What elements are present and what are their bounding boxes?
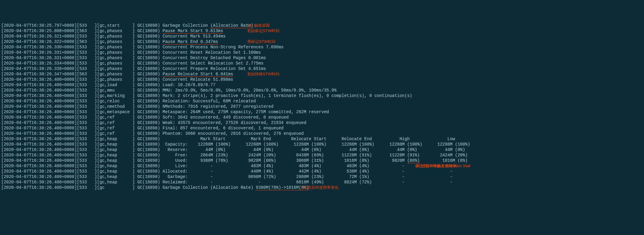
gc-id: GC(18898)	[137, 115, 160, 120]
log-tag: [gc,ref ]	[97, 126, 135, 131]
timestamp: [2020-04-07T16:38:26.400+0800][533 ]	[1, 126, 97, 131]
gc-id: GC(18898)	[137, 153, 160, 158]
log-tag: [gc,phases ]	[97, 39, 135, 44]
log-tag: [gc,heap ]	[97, 169, 135, 174]
timestamp: [2020-04-07T16:38:26.334+0800][533 ]	[1, 61, 97, 66]
log-message: Weak: 43575 encountered, 27520 discovere…	[160, 120, 306, 125]
log-tag: [gc,mmu ]	[97, 88, 135, 93]
log-tag: [gc,phases ]	[97, 77, 135, 82]
timestamp: [2020-04-07T16:38:26.400+0800][533 ]	[1, 164, 97, 168]
timestamp: [2020-04-07T16:38:26.321+0800][533 ]	[1, 34, 97, 39]
gc-id: GC(18898)	[137, 126, 160, 131]
log-line: [2020-04-07T16:38:25.808+0800][563 ][gc,…	[1, 28, 643, 34]
timestamp: [2020-04-07T16:38:26.331+0800][533 ]	[1, 50, 97, 55]
log-message: Concurrent Prepare Relocation Set 4.651m…	[160, 66, 266, 71]
gc-id: GC(18898)	[137, 180, 160, 185]
timestamp: [2020-04-07T16:38:26.338+0800][533 ]	[1, 66, 97, 71]
gc-id: GC(18898)	[137, 34, 160, 39]
log-tag: [gc,heap ]	[97, 147, 135, 152]
log-message	[160, 29, 162, 33]
log-line: [2020-04-07T16:38:26.322+0800][563 ][gc,…	[1, 39, 643, 44]
log-line: [2020-04-07T16:38:26.400+0800][533 ][gc,…	[1, 98, 643, 104]
log-tag: [gc,heap ]	[97, 174, 135, 179]
timestamp: [2020-04-07T16:38:26.400+0800][533 ]	[1, 153, 97, 158]
log-message: Metaspace: 264M used, 275M capacity, 275…	[160, 110, 329, 114]
highlighted-text: 9380M(76%)->1016M(8%)	[256, 185, 309, 190]
log-message: Soft: 3042 encountered, 449 discovered, …	[160, 115, 288, 120]
log-line: [2020-04-07T16:38:26.400+0800][533 ][gc,…	[1, 104, 643, 109]
timestamp: [2020-04-07T16:38:26.400+0800][533 ]	[1, 77, 97, 82]
highlighted-text: Pause Relocate Start 8.041ms	[163, 72, 233, 77]
log-line: [2020-04-07T16:38:26.330+0800][533 ][gc,…	[1, 44, 643, 50]
timestamp: [2020-04-07T16:38:26.400+0800][533 ]	[1, 99, 97, 104]
log-line: [2020-04-07T16:38:26.331+0800][533 ][gc,…	[1, 50, 643, 55]
log-message: Mark Start Mark End Relocate Start Reloc…	[160, 137, 455, 141]
gc-id: GC(18898)	[137, 23, 160, 28]
log-message: Garbage: - 8896M (72%) 2880M (23%) 72M (…	[160, 174, 453, 179]
log-tag: [gc,phases ]	[97, 29, 135, 33]
log-line: [2020-04-07T16:38:26.400+0800][533 ][gc,…	[1, 142, 643, 147]
log-tag: [gc,metaspace ]	[97, 110, 135, 114]
gc-id: GC(18898)	[137, 164, 160, 168]
log-tag: [gc,phases ]	[97, 50, 135, 55]
timestamp: [2020-04-07T16:38:25.797+0800][533 ]	[1, 23, 97, 28]
log-line: [2020-04-07T16:38:26.400+0800][533 ][gc,…	[1, 93, 643, 98]
gc-log-output: [2020-04-07T16:38:25.797+0800][533 ][gc,…	[1, 23, 643, 190]
gc-id: GC(18898)	[137, 61, 160, 66]
gc-id: GC(18898)	[137, 29, 160, 33]
gc-id: GC(18898)	[137, 120, 160, 125]
log-tag: [gc,phases ]	[97, 72, 135, 77]
log-tag: [gc,heap ]	[97, 158, 135, 163]
log-line: [2020-04-07T16:38:26.338+0800][533 ][gc,…	[1, 66, 643, 71]
gc-id: GC(18898)	[137, 77, 160, 82]
timestamp: [2020-04-07T16:38:26.400+0800][533 ]	[1, 104, 97, 109]
timestamp: [2020-04-07T16:38:26.400+0800][533 ]	[1, 174, 97, 179]
log-tag: [gc,heap ]	[97, 180, 135, 185]
gc-id: GC(18898)	[137, 104, 160, 109]
gc-id: GC(18898)	[137, 45, 160, 50]
annotation-label: 若达到100%触发Allocation Stall	[415, 163, 471, 169]
log-tag: [gc,reloc ]	[97, 99, 135, 104]
log-message: Capacity: 12288M (100%) 12288M (100%) 12…	[160, 142, 470, 147]
log-line: [2020-04-07T16:38:26.400+0800][533 ][gc,…	[1, 88, 643, 93]
annotation-label: 初始转移STW时间	[247, 71, 279, 77]
log-message: Reclaimed: - - 6016M (49%) 8824M (72%) -…	[160, 180, 453, 185]
log-tag: [gc,nmethod ]	[97, 104, 135, 109]
highlighted-text: Pause Mark End 0.347ms	[163, 39, 218, 44]
log-line: [2020-04-07T16:38:26.400+0800][533 ][gc,…	[1, 169, 643, 174]
timestamp: [2020-04-07T16:38:26.400+0800][533 ]	[1, 180, 97, 185]
gc-id: GC(18898)	[137, 50, 160, 55]
log-line: [2020-04-07T16:38:26.400+0800][533 ][gc,…	[1, 77, 643, 82]
log-message: Concurrent Destroy Detached Pages 0.001m…	[160, 56, 266, 60]
log-line: [2020-04-07T16:38:26.400+0800][533 ][gc,…	[1, 136, 643, 142]
timestamp: [2020-04-07T16:38:26.400+0800][533 ]	[1, 169, 97, 174]
log-message: Concurrent Mark 513.494ms	[160, 34, 225, 39]
gc-id: GC(18898)	[137, 88, 160, 93]
log-tag: [gc,heap ]	[97, 164, 135, 168]
log-line: [2020-04-07T16:38:26.334+0800][533 ][gc,…	[1, 61, 643, 66]
annotation-label: GC 触发原因	[247, 23, 270, 28]
timestamp: [2020-04-07T16:38:26.330+0800][533 ]	[1, 45, 97, 50]
log-message: MMU: 2ms/0.0%, 5ms/0.0%, 10ms/0.0%, 20ms…	[160, 88, 336, 93]
timestamp: [2020-04-07T16:38:26.400+0800][533 ]	[1, 110, 97, 114]
log-message: Relocation: Successful, 68M relocated	[160, 99, 256, 104]
log-tag: [gc,marking ]	[97, 93, 135, 98]
gc-id: GC(18898)	[137, 66, 160, 71]
log-line: [2020-04-07T16:38:26.347+0800][563 ][gc,…	[1, 71, 643, 77]
log-tag: [gc,ref ]	[97, 131, 135, 136]
gc-id: GC(18898)	[137, 110, 160, 114]
log-message	[160, 39, 162, 44]
timestamp: [2020-04-07T16:38:26.400+0800][533 ]	[1, 115, 97, 120]
timestamp: [2020-04-07T16:38:26.347+0800][563 ]	[1, 72, 97, 77]
log-message: Live: - 483M (4%) 483M (4%) 483M (4%) - …	[160, 164, 453, 168]
timestamp: [2020-04-07T16:38:26.400+0800][533 ]	[1, 120, 97, 125]
gc-id: GC(18898)	[137, 56, 160, 60]
log-line: [2020-04-07T16:38:26.400+0800][533 ][gc,…	[1, 82, 643, 88]
log-message: Reserve: 44M (0%) 44M (0%) 44M (0%) 44M …	[160, 147, 465, 152]
log-message: Concurrent Reset Relocation Set 1.100ms	[160, 50, 261, 55]
timestamp: [2020-04-07T16:38:26.400+0800][533 ]	[1, 93, 97, 98]
gc-id: GC(18898)	[137, 83, 160, 87]
log-tag: [gc,load ]	[97, 83, 135, 87]
log-message: Used: 9380M (76%) 9820M (80%) 3806M (31%…	[160, 158, 407, 163]
log-tag: [gc,phases ]	[97, 56, 135, 60]
